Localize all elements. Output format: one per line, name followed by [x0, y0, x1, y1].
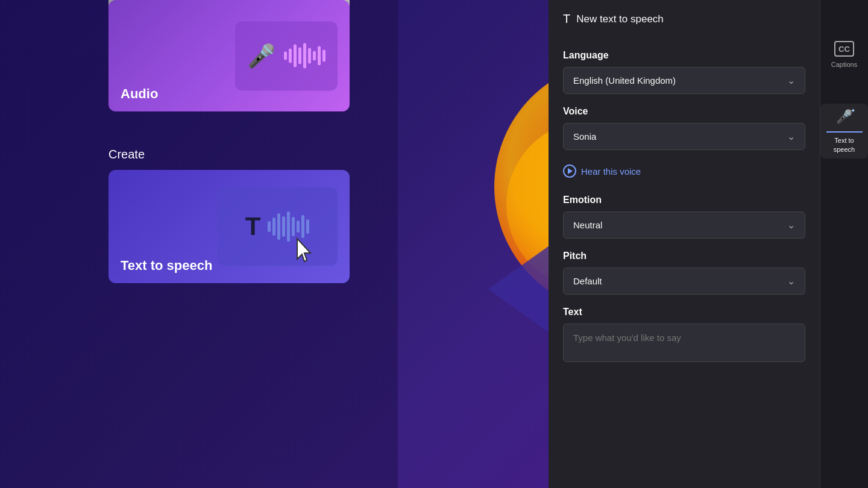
emotion-label: Emotion: [563, 195, 805, 205]
cc-icon: CC: [834, 41, 854, 57]
divider: [844, 88, 845, 89]
hear-voice-group: Hear this voice: [563, 162, 805, 180]
t-icon: T: [245, 212, 261, 241]
form-area: T New text to speech Language English (U…: [549, 0, 820, 488]
emotion-group: Emotion Neutral ⌄: [563, 195, 805, 239]
language-label: Language: [563, 50, 805, 61]
voice-value: Sonia: [573, 131, 596, 142]
mic-icon: 🎤: [247, 43, 275, 69]
hear-voice-label: Hear this voice: [581, 166, 641, 177]
form-header: T New text to speech: [563, 12, 805, 36]
pitch-select[interactable]: Default ⌄: [563, 267, 805, 295]
language-chevron: ⌄: [787, 75, 795, 86]
create-label: Create: [108, 148, 350, 161]
voice-label: Voice: [563, 106, 805, 117]
voice-group: Voice Sonia ⌄: [563, 106, 805, 150]
form-title: New text to speech: [576, 13, 664, 25]
sidebar-item-captions[interactable]: CC Captions: [826, 36, 862, 74]
audio-waveform: [284, 41, 326, 71]
pitch-group: Pitch Default ⌄: [563, 251, 805, 295]
mic-sparkle-icon: 🎤 ✦: [836, 108, 853, 125]
play-triangle: [568, 168, 573, 174]
sidebar-icons: CC Captions 🎤 ✦ Text to speech: [820, 0, 868, 488]
cursor: [295, 237, 316, 266]
language-value: English (United Kingdom): [573, 75, 676, 86]
pitch-chevron: ⌄: [787, 275, 795, 287]
tts-card-inner: T: [217, 187, 338, 266]
captions-label: Captions: [831, 60, 857, 69]
voice-select[interactable]: Sonia ⌄: [563, 123, 805, 150]
sidebar-item-tts[interactable]: 🎤 ✦ Text to speech: [820, 104, 868, 158]
left-panel: Camera 🎤 Audio Create T: [0, 0, 398, 488]
audio-label: Audio: [121, 86, 158, 102]
tts-label: Text to speech: [121, 258, 212, 274]
text-icon: T: [563, 12, 570, 26]
audio-card[interactable]: 🎤 Audio: [108, 0, 350, 111]
emotion-select[interactable]: Neutral ⌄: [563, 211, 805, 239]
audio-card-inner: 🎤: [235, 21, 338, 90]
text-placeholder: Type what you'd like to say: [573, 333, 681, 343]
pitch-value: Default: [573, 276, 602, 286]
text-input-area[interactable]: Type what you'd like to say: [563, 324, 805, 362]
emotion-chevron: ⌄: [787, 219, 795, 231]
tts-sidebar-label: Text to speech: [825, 136, 863, 154]
text-group: Text Type what you'd like to say: [563, 307, 805, 362]
language-group: Language English (United Kingdom) ⌄: [563, 50, 805, 94]
tts-card[interactable]: T Text to speech: [108, 170, 350, 283]
pitch-label: Pitch: [563, 251, 805, 261]
text-label: Text: [563, 307, 805, 318]
right-panel: T New text to speech Language English (U…: [549, 0, 868, 488]
emotion-value: Neutral: [573, 220, 602, 230]
play-icon: [563, 164, 576, 178]
active-indicator: [826, 131, 863, 133]
voice-chevron: ⌄: [787, 131, 795, 142]
create-section: Create T Text to speech: [108, 148, 350, 283]
language-select[interactable]: English (United Kingdom) ⌄: [563, 67, 805, 94]
hear-voice-button[interactable]: Hear this voice: [563, 162, 641, 180]
